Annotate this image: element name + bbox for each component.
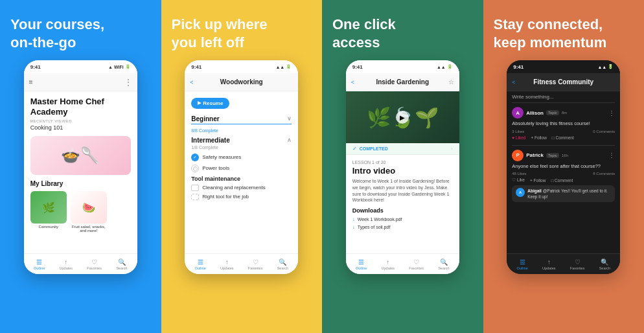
nav-search[interactable]: 🔍 Search: [116, 258, 127, 270]
panel-courses: Your courses, on-the-go 9:41 ▲ WiFi 🔋 ≡ …: [0, 0, 161, 333]
comment-button-patrick[interactable]: □ Comment: [551, 178, 573, 183]
panel-3-headline: One click access: [332, 16, 473, 51]
post-patrick-reactions: 48 Likes 8 Comments: [512, 172, 615, 176]
nav-updates[interactable]: ↑ Updates: [60, 258, 73, 270]
outline-label-3: Outline: [356, 266, 367, 270]
follow-button-patrick[interactable]: + Follow: [530, 178, 546, 183]
back-icon: <: [190, 79, 193, 86]
post-patrick-more[interactable]: ⋮: [608, 152, 615, 159]
completed-check-icon: ✓: [352, 146, 357, 152]
download-item-1[interactable]: ↓ Week 1 Workbook.pdf: [352, 216, 453, 222]
post-patrick-header: P Patrick Topic 16h ⋮: [512, 150, 615, 161]
status-bar-4: 9:41 ▲▲ 🔋: [507, 60, 620, 73]
updates-icon-3: ↑: [386, 258, 389, 266]
favorites-label-4: Favorites: [570, 266, 585, 270]
lesson-number: LESSON 1 of 20: [352, 160, 453, 165]
nav-title-4: Fitness Community: [533, 78, 593, 86]
updates-label-3: Updates: [382, 266, 395, 270]
my-library-label: My Library: [30, 180, 131, 187]
lesson-cleaning-text: Cleaning and replacements: [202, 185, 265, 190]
nav-search-2[interactable]: 🔍 Search: [277, 258, 288, 270]
search-icon-2: 🔍: [279, 258, 286, 266]
search-label-4: Search: [599, 266, 610, 270]
nav-title-2: Woodworking: [220, 78, 263, 86]
bottom-nav-1: ☰ Outline ↑ Updates ♡ Favorites 🔍 Search: [24, 253, 137, 274]
completed-bar: ✓ COMPLETED ›: [346, 143, 459, 155]
rect-icon-1: [191, 185, 199, 191]
post-allison-badge: Topic: [546, 110, 559, 115]
updates-icon: ↑: [64, 258, 67, 266]
status-bar-2: 9:41 ▲▲ 🔋: [185, 60, 298, 73]
nav-updates-2[interactable]: ↑ Updates: [220, 258, 234, 270]
nav-updates-3[interactable]: ↑ Updates: [382, 258, 395, 270]
section-beginner: Beginner ∨: [191, 115, 292, 122]
outline-label-4: Outline: [516, 266, 527, 270]
nav-outline-3[interactable]: ☰ Outline: [356, 258, 367, 270]
post-allison-text: Absolutely loving this fitness course!: [512, 121, 615, 128]
favorites-label-2: Favorites: [248, 266, 263, 270]
lesson-power: ◯ Power tools: [191, 165, 292, 172]
downloads-title: Downloads: [352, 207, 453, 214]
nav-title-3: Inside Gardening: [376, 78, 429, 86]
lesson-right-tool: Right tool for the job: [191, 194, 292, 200]
nav-favorites[interactable]: ♡ Favorites: [87, 258, 102, 270]
community-label: Community: [30, 225, 67, 229]
nav-favorites-2[interactable]: ♡ Favorites: [248, 258, 263, 270]
like-button-patrick[interactable]: ♡ Like: [512, 178, 525, 183]
arrow-icon: ›: [451, 146, 453, 152]
reply-abigail: A Abigail @Patrick Yes!! You'll get used…: [512, 185, 615, 202]
library-item-fruit: 🍉 Fruit salad, snacks, and more!: [71, 191, 107, 233]
phone-3-content: LESSON 1 of 20 Intro video Welcome to We…: [346, 155, 459, 237]
search-icon-3: 🔍: [440, 258, 448, 266]
back-icon-4: <: [512, 79, 515, 86]
nav-search-4[interactable]: 🔍 Search: [599, 258, 610, 270]
nav-outline-2[interactable]: ☰ Outline: [194, 258, 205, 270]
nav-search-3[interactable]: 🔍 Search: [438, 258, 449, 270]
like-button-allison[interactable]: ♥ Liked: [512, 135, 525, 140]
play-icon: ▶: [198, 100, 201, 106]
panel-community: Stay connected, keep momentum 9:41 ▲▲ 🔋 …: [483, 0, 645, 333]
bottom-nav-4: ☰ Outline ↑ Updates ♡ Favorites 🔍 Search: [507, 253, 620, 274]
comment-button-allison[interactable]: □ Comment: [552, 135, 574, 140]
phone-mockup-4: 9:41 ▲▲ 🔋 < Fitness Community Write some…: [507, 60, 620, 274]
post-patrick-time: 16h: [562, 154, 568, 157]
nav-favorites-3[interactable]: ♡ Favorites: [409, 258, 424, 270]
download-item-2[interactable]: ↓ Types of soil.pdf: [352, 224, 453, 230]
post-patrick-badge: Topic: [546, 153, 559, 158]
nav-outline-4[interactable]: ☰ Outline: [516, 258, 527, 270]
phone-1-content: Master Home Chef Academy RECENTLY VIEWED…: [24, 91, 137, 238]
search-label: Search: [116, 266, 127, 270]
download-file-2: Types of soil.pdf: [358, 225, 391, 229]
follow-button-allison[interactable]: + Follow: [531, 135, 546, 140]
updates-icon-2: ↑: [225, 258, 229, 266]
post-patrick-name: Patrick: [526, 152, 544, 158]
download-icon-1: ↓: [352, 216, 355, 222]
rect-icon-2: [191, 194, 199, 200]
download-icon-2: ↓: [352, 224, 355, 230]
lesson-safety: ✓ Safety measures: [191, 154, 292, 161]
fruit-thumb: 🍉: [71, 191, 107, 224]
post-allison-more[interactable]: ⋮: [608, 109, 615, 117]
recently-viewed-label: RECENTLY VIEWED: [30, 119, 131, 123]
phone-nav-1: ≡ ⋮: [24, 73, 137, 91]
outline-icon-4: ☰: [520, 258, 525, 266]
favorites-icon: ♡: [91, 258, 97, 266]
nav-favorites-4[interactable]: ♡ Favorites: [570, 258, 585, 270]
search-icon: 🔍: [118, 258, 126, 266]
status-bar-1: 9:41 ▲ WiFi 🔋: [24, 60, 137, 73]
section-divider-1: [191, 124, 292, 124]
write-something-input[interactable]: Write something...: [512, 94, 615, 103]
lesson-safety-text: Safety measures: [202, 154, 241, 160]
nav-updates-4[interactable]: ↑ Updates: [542, 258, 556, 270]
updates-label-2: Updates: [220, 266, 234, 270]
post-allison: A Allison Topic 8m ⋮ Absolutely loving t…: [512, 107, 615, 140]
lesson-power-text: Power tools: [202, 165, 229, 171]
library-thumbnails: 🌿 Community 🍉 Fruit salad, snacks, and m…: [30, 191, 131, 233]
nav-outline[interactable]: ☰ Outline: [34, 258, 45, 270]
resume-button[interactable]: ▶ Resume: [191, 98, 229, 109]
course-image: 🍲🥄: [30, 136, 131, 175]
download-file-1: Week 1 Workbook.pdf: [358, 217, 402, 222]
phone-2-content: ▶ Resume Beginner ∨ 8/8 Complete Interme…: [185, 91, 298, 207]
academy-name: Master Home Chef Academy: [30, 97, 131, 117]
lesson-cleaning: Cleaning and replacements: [191, 185, 292, 191]
